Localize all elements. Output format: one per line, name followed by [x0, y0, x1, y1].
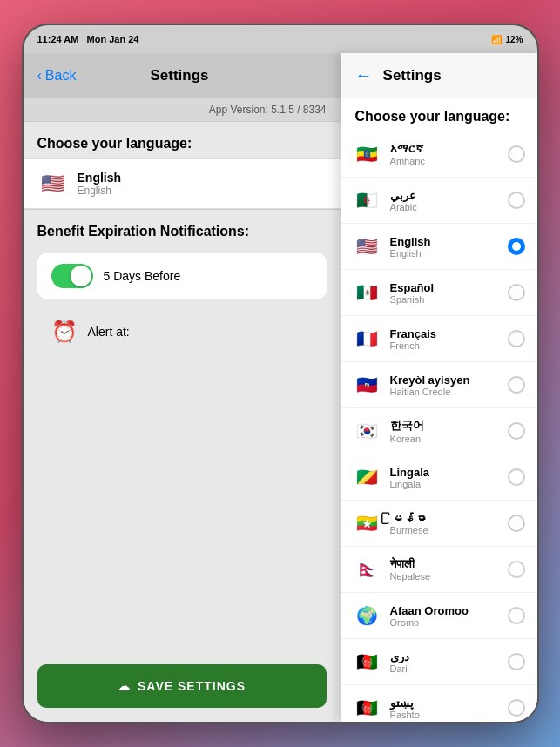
save-settings-button[interactable]: ☁ SAVE SETTINGS	[37, 664, 327, 708]
language-item[interactable]: 🇦🇫دریDari	[341, 639, 537, 685]
language-item[interactable]: 🇦🇫پښتوPashto	[341, 685, 537, 722]
language-english-name: Haitian Creole	[390, 387, 499, 397]
empty-radio-indicator	[508, 653, 525, 670]
empty-radio-indicator	[508, 699, 525, 717]
language-item[interactable]: 🌍Afaan OromooOromo	[341, 593, 537, 639]
language-section-header: Choose your language:	[24, 122, 341, 158]
cloud-icon: ☁	[118, 679, 131, 693]
language-item-text: नेपालीNepalese	[390, 557, 499, 582]
left-panel: ‹ Back Settings App Version: 5.1.5 / 833…	[24, 53, 341, 722]
language-flag-icon: 🇺🇸	[354, 232, 381, 260]
language-item[interactable]: 🇪🇹አማርኛAmharic	[341, 131, 537, 178]
empty-radio-indicator	[508, 561, 525, 578]
left-content: App Version: 5.1.5 / 8334 Choose your la…	[24, 98, 341, 650]
language-native-name: Lingala	[390, 466, 499, 479]
language-english-name: English	[390, 248, 499, 259]
empty-radio-indicator	[508, 330, 525, 347]
back-label: Back	[45, 68, 77, 84]
language-flag-icon: 🇲🇽	[354, 279, 381, 306]
language-item-text: FrançaisFrench	[390, 327, 499, 351]
version-text: App Version: 5.1.5 / 8334	[209, 104, 327, 116]
language-flag-icon: 🇭🇹	[354, 371, 381, 399]
language-item-text: 한국어Korean	[390, 418, 499, 444]
language-item[interactable]: 🇫🇷FrançaisFrench	[341, 316, 537, 362]
language-item-text: Afaan OromooOromo	[390, 604, 499, 628]
language-native-name: Afaan Oromoo	[390, 604, 499, 617]
empty-radio-indicator	[508, 145, 525, 163]
empty-radio-indicator	[508, 468, 525, 486]
selected-language-text: English English	[78, 171, 122, 197]
battery-icon: 12%	[505, 35, 523, 44]
empty-radio-indicator	[508, 192, 525, 209]
language-english-name: Nepalese	[390, 571, 499, 582]
language-english-name: Lingala	[390, 479, 499, 489]
status-bar: 11:24 AM Mon Jan 24 📶 12%	[24, 25, 537, 53]
nav-bar: ‹ Back Settings	[24, 53, 341, 98]
language-item-text: پښتوPashto	[390, 697, 499, 720]
language-item-text: عربيArabic	[390, 189, 499, 212]
right-nav-title: Settings	[383, 67, 442, 84]
language-flag-icon: 🇫🇷	[354, 325, 381, 353]
language-flag-icon: 🇩🇿	[354, 186, 381, 214]
language-flag-icon: 🇦🇫	[354, 648, 381, 676]
days-before-toggle[interactable]	[51, 264, 93, 288]
language-item[interactable]: 🇲🇽EspañolSpanish	[341, 270, 537, 316]
nav-title: Settings	[76, 67, 282, 84]
selected-radio-indicator	[508, 238, 525, 255]
status-icons: 📶 12%	[491, 35, 523, 44]
language-english-name: Burmese	[390, 525, 499, 535]
selected-language-row[interactable]: 🇺🇸 English English	[24, 158, 341, 209]
wifi-icon: 📶	[491, 35, 502, 44]
language-item[interactable]: 🇲🇲မြန်မာBurmese	[341, 501, 537, 547]
empty-radio-indicator	[508, 515, 525, 532]
language-native-name: မြန်မာ	[390, 512, 499, 525]
toggle-row: 5 Days Before	[37, 253, 327, 299]
language-native-name: Français	[390, 327, 499, 340]
selected-language-english: English	[78, 185, 122, 197]
empty-radio-indicator	[508, 422, 525, 440]
language-native-name: Kreyòl ayisyen	[390, 374, 499, 387]
language-item[interactable]: 🇭🇹Kreyòl ayisyenHaitian Creole	[341, 362, 537, 408]
language-item-text: አማርኛAmharic	[390, 142, 499, 166]
language-flag-icon: 🇲🇲	[354, 509, 381, 537]
language-item[interactable]: 🇺🇸EnglishEnglish	[341, 224, 537, 270]
language-item[interactable]: 🇨🇬LingalaLingala	[341, 454, 537, 501]
language-item[interactable]: 🇰🇷한국어Korean	[341, 408, 537, 454]
toggle-label: 5 Days Before	[104, 269, 181, 283]
language-native-name: አማርኛ	[390, 142, 499, 156]
language-item-text: دریDari	[390, 650, 499, 674]
back-button[interactable]: ‹ Back	[37, 68, 77, 84]
alert-row: ⏰ Alert at:	[37, 309, 327, 354]
language-english-name: Arabic	[390, 202, 499, 212]
alarm-icon: ⏰	[51, 320, 78, 344]
chevron-left-icon: ‹	[37, 68, 42, 84]
language-english-name: Amharic	[390, 156, 499, 166]
benefit-section: Benefit Expiration Notifications: 5 Days…	[24, 210, 341, 368]
version-bar: App Version: 5.1.5 / 8334	[24, 98, 341, 122]
language-list: 🇪🇹አማርኛAmharic🇩🇿عربيArabic🇺🇸EnglishEnglis…	[341, 131, 537, 722]
language-item[interactable]: 🇳🇵नेपालीNepalese	[341, 547, 537, 593]
alert-label: Alert at:	[88, 325, 130, 339]
language-flag-icon: 🇪🇹	[354, 140, 381, 168]
language-english-name: Pashto	[390, 710, 499, 720]
language-flag-icon: 🇨🇬	[354, 463, 381, 491]
language-native-name: Español	[390, 281, 499, 294]
empty-radio-indicator	[508, 607, 525, 624]
language-english-name: Korean	[390, 434, 499, 444]
save-label: SAVE SETTINGS	[138, 679, 246, 693]
language-english-name: Dari	[390, 663, 499, 674]
selected-language-flag: 🇺🇸	[37, 168, 69, 199]
language-native-name: دری	[390, 650, 499, 663]
language-item[interactable]: 🇩🇿عربيArabic	[341, 178, 537, 224]
status-time: 11:24 AM Mon Jan 24	[37, 34, 139, 44]
screen: ‹ Back Settings App Version: 5.1.5 / 833…	[24, 53, 537, 722]
language-native-name: English	[390, 235, 499, 248]
device-frame: 11:24 AM Mon Jan 24 📶 12% ‹ Back Setting…	[24, 25, 537, 722]
language-item-text: LingalaLingala	[390, 466, 499, 489]
empty-radio-indicator	[508, 376, 525, 394]
language-item-text: EnglishEnglish	[390, 235, 499, 259]
language-english-name: Oromo	[390, 617, 499, 628]
empty-radio-indicator	[508, 284, 525, 301]
right-back-button[interactable]: ←	[355, 65, 373, 85]
language-flag-icon: 🇳🇵	[354, 555, 381, 583]
